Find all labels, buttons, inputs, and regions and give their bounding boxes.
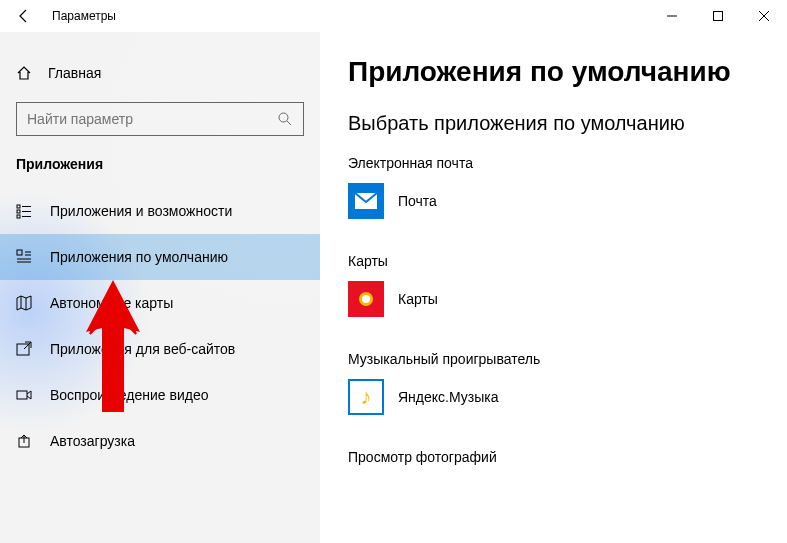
category-photos-label: Просмотр фотографий xyxy=(348,449,763,465)
search-input[interactable] xyxy=(16,102,304,136)
search-field[interactable] xyxy=(27,111,277,127)
svg-rect-1 xyxy=(714,12,723,21)
nav-video-playback[interactable]: Воспроизведение видео xyxy=(0,372,320,418)
home-label: Главная xyxy=(48,65,101,81)
nav-label: Автономные карты xyxy=(50,295,173,311)
open-icon xyxy=(16,341,32,357)
category-email-label: Электронная почта xyxy=(348,155,763,171)
defaults-icon xyxy=(16,249,32,265)
minimize-icon xyxy=(667,11,677,21)
page-subheading: Выбрать приложения по умолчанию xyxy=(348,112,763,135)
nav-label: Приложения по умолчанию xyxy=(50,249,228,265)
search-icon xyxy=(277,111,293,127)
nav-startup[interactable]: Автозагрузка xyxy=(0,418,320,464)
svg-rect-10 xyxy=(17,215,20,218)
nav-default-apps[interactable]: Приложения по умолчанию xyxy=(0,234,320,280)
video-icon xyxy=(16,387,32,403)
nav-label: Автозагрузка xyxy=(50,433,135,449)
window-controls xyxy=(649,0,787,32)
back-button[interactable] xyxy=(0,0,48,32)
content-pane: Приложения по умолчанию Выбрать приложен… xyxy=(320,32,787,543)
arrow-left-icon xyxy=(16,8,32,24)
sidebar: Главная Приложения Приложения и возможно… xyxy=(0,32,320,543)
svg-rect-12 xyxy=(17,250,22,255)
nav-label: Воспроизведение видео xyxy=(50,387,208,403)
startup-icon xyxy=(16,433,32,449)
svg-line-5 xyxy=(287,121,291,125)
default-app-music[interactable]: ♪ Яндекс.Музыка xyxy=(348,379,763,415)
svg-point-4 xyxy=(279,113,288,122)
titlebar: Параметры xyxy=(0,0,787,32)
home-icon xyxy=(16,65,32,81)
category-maps-label: Карты xyxy=(348,253,763,269)
default-app-maps[interactable]: Карты xyxy=(348,281,763,317)
minimize-button[interactable] xyxy=(649,0,695,32)
nav-apps-websites[interactable]: Приложения для веб-сайтов xyxy=(0,326,320,372)
nav-offline-maps[interactable]: Автономные карты xyxy=(0,280,320,326)
close-icon xyxy=(759,11,769,21)
window-title: Параметры xyxy=(48,9,116,23)
category-music-label: Музыкальный проигрыватель xyxy=(348,351,763,367)
nav-label: Приложения для веб-сайтов xyxy=(50,341,235,357)
svg-rect-6 xyxy=(17,205,20,208)
close-button[interactable] xyxy=(741,0,787,32)
maximize-button[interactable] xyxy=(695,0,741,32)
app-name: Почта xyxy=(398,193,437,209)
list-icon xyxy=(16,203,32,219)
nav-label: Приложения и возможности xyxy=(50,203,232,219)
app-name: Карты xyxy=(398,291,438,307)
section-header: Приложения xyxy=(0,156,320,188)
app-name: Яндекс.Музыка xyxy=(398,389,499,405)
page-heading: Приложения по умолчанию xyxy=(348,56,763,88)
svg-rect-8 xyxy=(17,210,20,213)
home-link[interactable]: Главная xyxy=(0,56,320,90)
maximize-icon xyxy=(713,11,723,21)
music-app-icon: ♪ xyxy=(348,379,384,415)
svg-rect-20 xyxy=(17,391,27,399)
default-app-email[interactable]: Почта xyxy=(348,183,763,219)
map-icon xyxy=(16,295,32,311)
maps-app-icon xyxy=(348,281,384,317)
mail-app-icon xyxy=(348,183,384,219)
nav-apps-features[interactable]: Приложения и возможности xyxy=(0,188,320,234)
